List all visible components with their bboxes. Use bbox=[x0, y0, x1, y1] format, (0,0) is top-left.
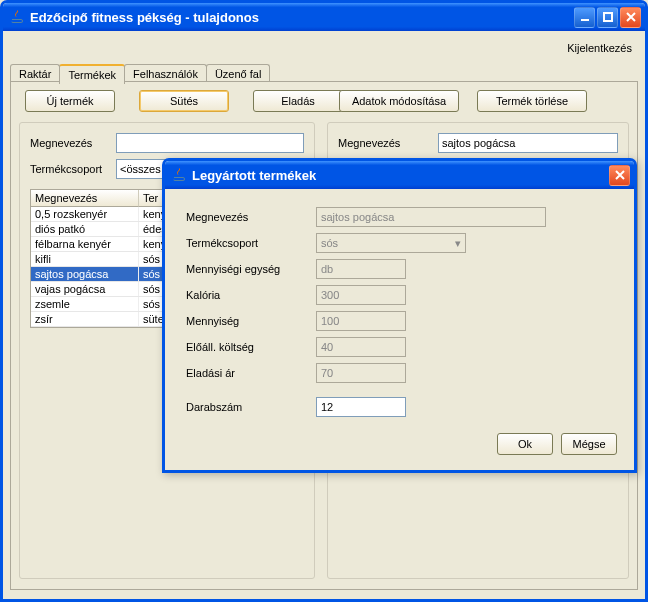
delete-button[interactable]: Termék törlése bbox=[477, 90, 587, 112]
modal-title: Legyártott termékek bbox=[192, 168, 609, 183]
new-product-button[interactable]: Új termék bbox=[25, 90, 115, 112]
bake-button[interactable]: Sütés bbox=[139, 90, 229, 112]
m-unit-input bbox=[316, 259, 406, 279]
modal-ok-button[interactable]: Ok bbox=[497, 433, 553, 455]
modal-dialog: Legyártott termékek Megnevezés Termékcso… bbox=[162, 158, 637, 473]
filter-group-label: Termékcsoport bbox=[30, 163, 116, 175]
cell-name: sajtos pogácsa bbox=[31, 267, 139, 281]
col-name[interactable]: Megnevezés bbox=[31, 190, 139, 207]
m-cost-input bbox=[316, 337, 406, 357]
m-unit-label: Mennyiségi egység bbox=[186, 263, 316, 275]
minimize-button[interactable] bbox=[574, 7, 595, 28]
m-count-input[interactable] bbox=[316, 397, 406, 417]
filter-name-input[interactable] bbox=[116, 133, 304, 153]
filter-name-label: Megnevezés bbox=[30, 137, 116, 149]
cell-name: kifli bbox=[31, 252, 139, 266]
cell-name: félbarna kenyér bbox=[31, 237, 139, 251]
cell-name: zsír bbox=[31, 312, 139, 326]
m-qty-label: Mennyiség bbox=[186, 315, 316, 327]
m-group-label: Termékcsoport bbox=[186, 237, 316, 249]
cell-name: vajas pogácsa bbox=[31, 282, 139, 296]
cell-name: 0,5 rozskenyér bbox=[31, 207, 139, 221]
cell-name: zsemle bbox=[31, 297, 139, 311]
modify-button[interactable]: Adatok módosítása bbox=[339, 90, 459, 112]
m-qty-input bbox=[316, 311, 406, 331]
sell-button[interactable]: Eladás bbox=[253, 90, 343, 112]
window-title: Edzőcipő fitness pékség - tulajdonos bbox=[30, 10, 574, 25]
m-kcal-input bbox=[316, 285, 406, 305]
modal-cancel-button[interactable]: Mégse bbox=[561, 433, 617, 455]
right-name-input[interactable] bbox=[438, 133, 618, 153]
tab-termekek[interactable]: Termékek bbox=[59, 64, 125, 84]
cell-name: diós patkó bbox=[31, 222, 139, 236]
java-icon bbox=[9, 9, 25, 25]
m-price-label: Eladási ár bbox=[186, 367, 316, 379]
m-group-value: sós bbox=[321, 237, 338, 249]
right-name-label: Megnevezés bbox=[338, 137, 438, 149]
java-icon bbox=[171, 167, 187, 183]
m-count-label: Darabszám bbox=[186, 401, 316, 413]
m-name-label: Megnevezés bbox=[186, 211, 316, 223]
m-price-input bbox=[316, 363, 406, 383]
m-kcal-label: Kalória bbox=[186, 289, 316, 301]
close-button[interactable] bbox=[620, 7, 641, 28]
modal-titlebar[interactable]: Legyártott termékek bbox=[165, 161, 634, 189]
svg-rect-0 bbox=[581, 19, 589, 21]
m-cost-label: Előáll. költség bbox=[186, 341, 316, 353]
main-titlebar[interactable]: Edzőcipő fitness pékség - tulajdonos bbox=[3, 3, 645, 31]
m-name-input bbox=[316, 207, 546, 227]
chevron-down-icon: ▾ bbox=[455, 237, 461, 250]
m-group-select: sós ▾ bbox=[316, 233, 466, 253]
logout-link[interactable]: Kijelentkezés bbox=[567, 42, 632, 54]
maximize-button[interactable] bbox=[597, 7, 618, 28]
svg-rect-1 bbox=[604, 13, 612, 21]
modal-close-button[interactable] bbox=[609, 165, 630, 186]
